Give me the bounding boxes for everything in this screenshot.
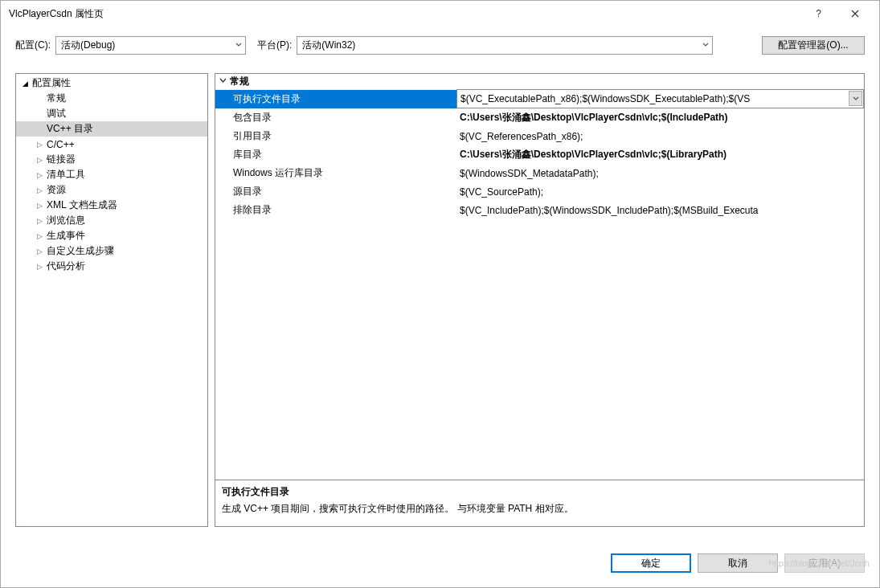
tree-item[interactable]: 调试 [16, 106, 207, 121]
platform-combo[interactable]: 活动(Win32) [297, 36, 713, 55]
ok-button[interactable]: 确定 [611, 553, 691, 573]
grid-row-name: 包含目录 [215, 108, 456, 127]
config-value: 活动(Debug) [61, 39, 115, 52]
tree-item[interactable]: ▷链接器 [16, 152, 207, 167]
config-toolbar: 配置(C): 活动(Debug) 平台(P): 活动(Win32) 配置管理器(… [1, 27, 879, 55]
tree-item[interactable]: ▷清单工具 [16, 167, 207, 182]
grid-row[interactable]: 可执行文件目录$(VC_ExecutablePath_x86);$(Window… [215, 90, 864, 108]
tree-item-label: 浏览信息 [47, 214, 85, 227]
tree-item-label: 自定义生成步骤 [47, 244, 114, 258]
tree-panel: ◢ 配置属性 常规调试VC++ 目录▷C/C++▷链接器▷清单工具▷资源▷XML… [15, 73, 208, 527]
grid-row-name: 引用目录 [215, 127, 456, 145]
property-grid: 常规 可执行文件目录$(VC_ExecutablePath_x86);$(Win… [215, 74, 864, 480]
grid-row[interactable]: 排除目录$(VC_IncludePath);$(WindowsSDK_Inclu… [215, 201, 864, 219]
grid-row-value[interactable]: C:\Users\张涌鑫\Desktop\VlcPlayerCsdn\vlc;$… [456, 145, 864, 164]
grid-row[interactable]: Windows 运行库目录$(WindowsSDK_MetadataPath); [215, 164, 864, 182]
dropdown-button[interactable] [849, 91, 862, 106]
grid-group-title: 常规 [230, 75, 249, 88]
grid-group-header[interactable]: 常规 [215, 74, 864, 90]
expander-open-icon[interactable]: ◢ [19, 78, 31, 89]
grid-row-value[interactable]: $(VC_ReferencesPath_x86); [456, 127, 864, 145]
cancel-button[interactable]: 取消 [698, 553, 778, 573]
tree-item[interactable]: ▷代码分析 [16, 259, 207, 274]
config-combo[interactable]: 活动(Debug) [55, 36, 246, 55]
grid-row-value[interactable]: $(WindowsSDK_MetadataPath); [456, 164, 864, 182]
expander-closed-icon[interactable]: ▷ [34, 139, 45, 150]
tree-item-label: 清单工具 [47, 168, 85, 182]
tree-item[interactable]: ▷自定义生成步骤 [16, 243, 207, 259]
grid-row[interactable]: 包含目录C:\Users\张涌鑫\Desktop\VlcPlayerCsdn\v… [215, 108, 864, 127]
property-panel: 常规 可执行文件目录$(VC_ExecutablePath_x86);$(Win… [215, 73, 865, 527]
grid-row-value[interactable]: $(VC_IncludePath);$(WindowsSDK_IncludePa… [456, 201, 864, 219]
grid-row-name: 库目录 [215, 145, 456, 164]
dialog-buttons: 确定 取消 应用(A) [611, 553, 865, 573]
tree-item[interactable]: ▷XML 文档生成器 [16, 198, 207, 213]
config-manager-button[interactable]: 配置管理器(O)... [762, 36, 865, 55]
platform-label: 平台(P): [257, 39, 292, 52]
description-body: 生成 VC++ 项目期间，搜索可执行文件时使用的路径。 与环境变量 PATH 相… [222, 502, 857, 516]
close-button[interactable] [837, 2, 873, 26]
tree-item[interactable]: ▷浏览信息 [16, 213, 207, 228]
tree-item-label: C/C++ [47, 139, 75, 150]
grid-row-name: 可执行文件目录 [215, 90, 456, 108]
description-panel: 可执行文件目录 生成 VC++ 项目期间，搜索可执行文件时使用的路径。 与环境变… [215, 480, 864, 526]
config-label: 配置(C): [15, 39, 51, 52]
platform-value: 活动(Win32) [302, 39, 355, 52]
tree-item-label: 代码分析 [47, 259, 85, 273]
description-title: 可执行文件目录 [222, 485, 857, 499]
tree-item-label: 调试 [47, 107, 66, 120]
grid-row-value[interactable]: $(VC_ExecutablePath_x86);$(WindowsSDK_Ex… [456, 89, 864, 108]
tree-item[interactable]: 常规 [16, 91, 207, 106]
help-button[interactable]: ? [800, 2, 837, 26]
titlebar: VlcPlayerCsdn 属性页 ? [1, 1, 879, 27]
tree-item-label: 生成事件 [47, 229, 85, 243]
tree-item-label: 常规 [47, 92, 66, 105]
tree-item[interactable]: VC++ 目录 [16, 121, 207, 137]
tree-item-label: XML 文档生成器 [47, 198, 117, 212]
close-icon [851, 10, 859, 18]
expander-closed-icon[interactable]: ▷ [34, 231, 45, 242]
expander-closed-icon[interactable]: ▷ [34, 215, 45, 227]
expander-closed-icon[interactable]: ▷ [34, 261, 45, 272]
expander-spacer [34, 93, 45, 104]
grid-row[interactable]: 源目录$(VC_SourcePath); [215, 182, 864, 201]
chevron-down-icon [235, 39, 242, 51]
tree-item-label: 资源 [47, 183, 66, 197]
apply-button: 应用(A) [784, 553, 865, 573]
tree-root[interactable]: ◢ 配置属性 [16, 76, 207, 91]
tree-item-label: 链接器 [47, 153, 76, 166]
expander-closed-icon[interactable]: ▷ [34, 154, 45, 165]
grid-row-value[interactable]: $(VC_SourcePath); [456, 182, 864, 201]
tree-item[interactable]: ▷C/C++ [16, 137, 207, 152]
expander-spacer [34, 124, 45, 135]
grid-row[interactable]: 引用目录$(VC_ReferencesPath_x86); [215, 127, 864, 145]
tree-item[interactable]: ▷资源 [16, 182, 207, 198]
expander-closed-icon[interactable]: ▷ [34, 246, 45, 257]
chevron-down-icon [702, 39, 709, 51]
expander-open-icon[interactable] [215, 77, 230, 86]
grid-row-name: 源目录 [215, 182, 456, 201]
grid-row-name: 排除目录 [215, 201, 456, 219]
grid-row-value[interactable]: C:\Users\张涌鑫\Desktop\VlcPlayerCsdn\vlc;$… [456, 108, 864, 127]
grid-row-name: Windows 运行库目录 [215, 164, 456, 182]
expander-spacer [34, 108, 45, 120]
window-title: VlcPlayerCsdn 属性页 [9, 7, 800, 21]
tree-root-label: 配置属性 [32, 76, 71, 90]
tree-item-label: VC++ 目录 [47, 122, 93, 136]
expander-closed-icon[interactable]: ▷ [34, 200, 45, 211]
tree-item[interactable]: ▷生成事件 [16, 228, 207, 243]
expander-closed-icon[interactable]: ▷ [34, 185, 45, 196]
grid-row[interactable]: 库目录C:\Users\张涌鑫\Desktop\VlcPlayerCsdn\vl… [215, 145, 864, 164]
expander-closed-icon[interactable]: ▷ [34, 169, 45, 181]
